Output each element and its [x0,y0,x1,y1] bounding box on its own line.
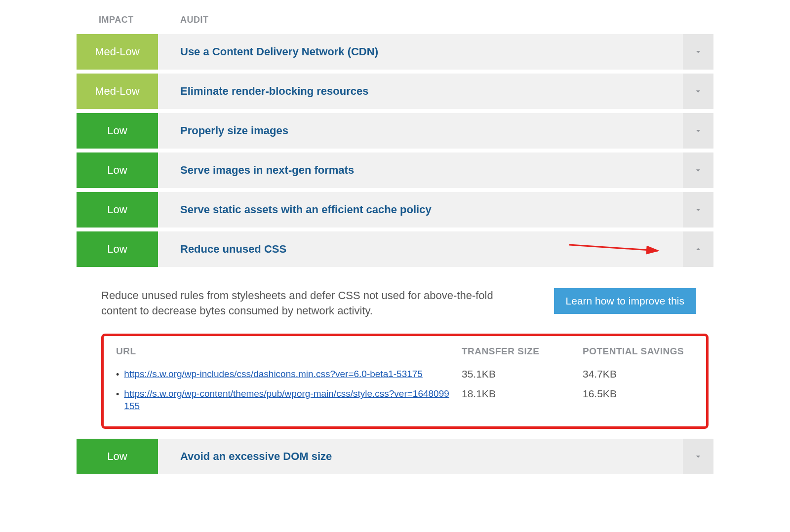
column-header-potential-savings: POTENTIAL SAVINGS [583,346,684,356]
audit-details-table: URL TRANSFER SIZE POTENTIAL SAVINGS • ht… [101,334,709,429]
column-header-url: URL [116,346,136,356]
impact-badge: Low [77,192,158,228]
impact-label: Low [107,450,127,463]
audit-content: Serve images in next-gen formats [158,152,683,188]
svg-line-1 [569,245,658,251]
bullet-icon: • [116,370,119,380]
chevron-down-icon [693,205,703,215]
header-impact: IMPACT [99,15,134,25]
impact-label: Low [107,164,127,177]
chevron-down-icon [693,47,703,57]
learn-how-button[interactable]: Learn how to improve this [554,288,696,314]
audit-row[interactable]: Low Properly size images [77,113,713,149]
expand-button[interactable] [683,439,713,474]
header-audit: AUDIT [180,15,209,25]
audit-title: Properly size images [180,124,288,137]
expand-button[interactable] [683,34,713,70]
potential-savings-value: 16.5KB [583,388,617,399]
potential-savings-value: 34.7KB [583,368,617,380]
audit-row[interactable]: Med-Low Eliminate render-blocking resour… [77,74,713,109]
audit-title: Reduce unused CSS [180,243,286,256]
audit-content: Avoid an excessive DOM size [158,439,683,474]
impact-label: Med-Low [95,85,139,98]
audit-content: Serve static assets with an efficient ca… [158,192,683,228]
resource-url-link[interactable]: https://s.w.org/wp-content/themes/pub/wp… [124,388,452,412]
table-header: IMPACT AUDIT [77,10,713,30]
audit-title: Serve images in next-gen formats [180,164,354,177]
audit-title: Use a Content Delivery Network (CDN) [180,45,378,58]
impact-badge: Med-Low [77,34,158,70]
collapse-button[interactable] [683,231,713,267]
impact-badge: Low [77,152,158,188]
audit-row[interactable]: Med-Low Use a Content Delivery Network (… [77,34,713,70]
chevron-up-icon [693,244,703,254]
impact-badge: Low [77,231,158,267]
chevron-down-icon [693,126,703,136]
impact-label: Low [107,243,127,256]
audit-content: Properly size images [158,113,683,149]
audit-content: Reduce unused CSS [158,231,683,267]
transfer-size-value: 35.1KB [462,368,496,380]
impact-label: Low [107,203,127,216]
impact-badge: Low [77,113,158,149]
arrow-annotation [567,241,666,258]
audit-table: IMPACT AUDIT Med-Low Use a Content Deliv… [77,10,713,474]
audit-row[interactable]: Low Avoid an excessive DOM size [77,439,713,474]
expand-button[interactable] [683,113,713,149]
audit-content: Use a Content Delivery Network (CDN) [158,34,683,70]
audit-description: Reduce unused rules from stylesheets and… [101,288,511,319]
expand-button[interactable] [683,152,713,188]
audit-title: Avoid an excessive DOM size [180,450,332,463]
audit-row[interactable]: Low Reduce unused CSS [77,231,713,267]
chevron-down-icon [693,165,703,175]
impact-label: Med-Low [95,45,139,58]
impact-badge: Low [77,439,158,474]
resource-url-link[interactable]: https://s.w.org/wp-includes/css/dashicon… [124,368,423,380]
audit-title: Serve static assets with an efficient ca… [180,203,432,216]
transfer-size-value: 18.1KB [462,388,496,399]
chevron-down-icon [693,452,703,461]
chevron-down-icon [693,86,703,96]
impact-badge: Med-Low [77,74,158,109]
column-header-transfer-size: TRANSFER SIZE [462,346,539,356]
audit-title: Eliminate render-blocking resources [180,85,368,98]
audit-row[interactable]: Low Serve static assets with an efficien… [77,192,713,228]
table-row: • https://s.w.org/wp-includes/css/dashic… [116,364,694,384]
expand-button[interactable] [683,192,713,228]
audit-content: Eliminate render-blocking resources [158,74,683,109]
bullet-icon: • [116,389,119,400]
table-row: • https://s.w.org/wp-content/themes/pub/… [116,384,694,416]
audit-row[interactable]: Low Serve images in next-gen formats [77,152,713,188]
expand-button[interactable] [683,74,713,109]
expanded-audit-panel: Reduce unused rules from stylesheets and… [77,271,713,429]
impact-label: Low [107,124,127,137]
